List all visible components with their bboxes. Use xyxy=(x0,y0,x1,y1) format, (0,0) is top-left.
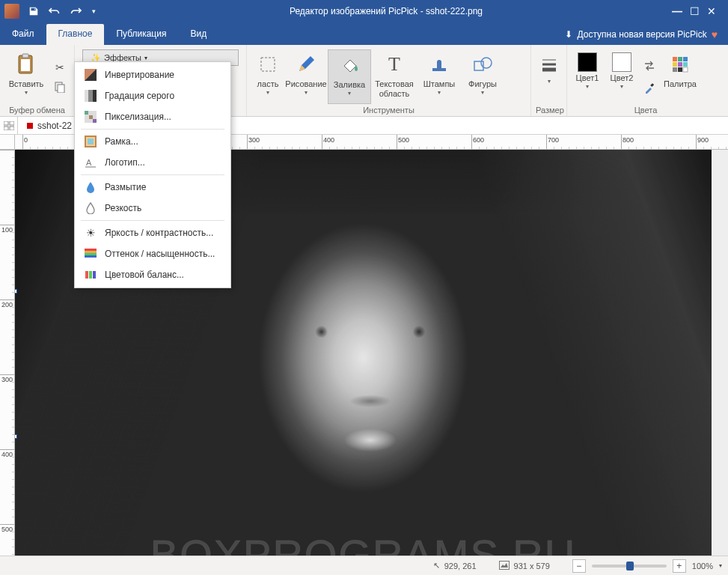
svg-rect-40 xyxy=(89,271,92,279)
update-notice-label: Доступна новая версия PicPick xyxy=(577,29,706,40)
svg-rect-30 xyxy=(93,119,97,123)
text-button[interactable]: T Текстовая область xyxy=(371,49,417,104)
palette-button[interactable]: Палитра xyxy=(661,49,699,104)
chevron-down-icon: ▾ xyxy=(144,55,147,61)
undo-icon[interactable] xyxy=(45,1,64,21)
cursor-icon: ↖ xyxy=(433,561,440,571)
logo-icon: A xyxy=(84,156,97,169)
tab-view[interactable]: Вид xyxy=(178,24,218,45)
paste-label: Вставить xyxy=(9,79,44,89)
size-button[interactable]: ▾ xyxy=(536,49,563,104)
group-colors: Цвет1 ▾ Цвет2 ▾ Палитра Цвета xyxy=(567,45,724,116)
copy-icon[interactable] xyxy=(51,78,69,96)
separator xyxy=(81,129,224,130)
fill-button[interactable]: Заливка ▾ xyxy=(328,49,371,104)
select-icon xyxy=(256,52,280,76)
color1-button[interactable]: Цвет1 ▾ xyxy=(572,49,603,104)
svg-rect-2 xyxy=(22,54,28,58)
svg-rect-15 xyxy=(678,57,682,61)
file-menu[interactable]: Файл xyxy=(0,24,46,45)
text-label: Текстовая область xyxy=(373,79,416,99)
invert-icon xyxy=(84,68,97,82)
svg-rect-32 xyxy=(88,139,94,144)
document-tab[interactable]: sshot-22 xyxy=(18,118,82,133)
shapes-label: Фигуры xyxy=(468,79,497,89)
svg-rect-7 xyxy=(432,68,446,71)
effect-pixelate[interactable]: Пикселизация... xyxy=(75,106,230,127)
fill-label: Заливка xyxy=(334,80,365,90)
svg-rect-46 xyxy=(499,561,509,569)
effect-invert[interactable]: Инвертирование xyxy=(75,64,230,85)
eyedropper-icon[interactable] xyxy=(640,79,658,97)
update-notice[interactable]: ⬇ Доступна новая версия PicPick ♥ xyxy=(554,24,728,45)
zoom-slider-thumb[interactable] xyxy=(626,562,634,571)
image-size-icon xyxy=(499,561,510,571)
document-tab-label: sshot-22 xyxy=(37,121,72,131)
color2-label: Цвет2 xyxy=(611,73,634,83)
stamps-button[interactable]: Штампы ▾ xyxy=(417,49,461,104)
tab-publish[interactable]: Публикация xyxy=(104,24,178,45)
color2-swatch xyxy=(612,52,631,72)
separator xyxy=(81,174,224,175)
titlebar: ▾ Редактор изображений PicPick - sshot-2… xyxy=(0,0,728,22)
redo-icon[interactable] xyxy=(66,1,85,21)
effect-grayscale[interactable]: Градация серого xyxy=(75,85,230,106)
draw-button[interactable]: Рисование ▾ xyxy=(284,49,328,104)
select-button[interactable]: ласть ▾ xyxy=(251,49,284,104)
shapes-button[interactable]: Фигуры ▾ xyxy=(461,49,504,104)
draw-label: Рисование xyxy=(285,79,326,89)
bucket-icon xyxy=(337,53,361,77)
download-icon: ⬇ xyxy=(565,29,572,40)
svg-rect-35 xyxy=(85,249,97,251)
color1-swatch xyxy=(578,52,597,72)
minimize-button[interactable]: — xyxy=(672,5,682,17)
brightness-icon: ☀ xyxy=(84,226,97,240)
svg-rect-45 xyxy=(10,127,14,130)
color2-button[interactable]: Цвет2 ▾ xyxy=(606,49,637,104)
svg-rect-16 xyxy=(683,57,688,61)
svg-rect-20 xyxy=(673,67,677,72)
palette-icon xyxy=(668,52,692,76)
qat-dropdown-icon[interactable]: ▾ xyxy=(87,1,100,21)
ruler-vertical: 100200300400500 xyxy=(0,150,15,556)
effect-blur[interactable]: Размытие xyxy=(75,177,230,198)
resize-handle[interactable] xyxy=(15,434,17,439)
window-list-icon[interactable] xyxy=(0,117,18,134)
zoom-in-button[interactable]: + xyxy=(673,559,686,573)
svg-rect-17 xyxy=(673,62,677,67)
cut-icon[interactable]: ✂ xyxy=(51,58,69,76)
zoom-slider[interactable] xyxy=(592,565,667,568)
svg-rect-37 xyxy=(85,253,97,255)
effect-frame[interactable]: Рамка... xyxy=(75,131,230,152)
effect-brightness[interactable]: ☀Яркость / контрастность... xyxy=(75,222,230,243)
frame-icon xyxy=(84,135,97,148)
hue-icon xyxy=(84,247,97,261)
group-size: ▾ Размер xyxy=(531,45,567,116)
svg-rect-14 xyxy=(673,57,677,61)
svg-rect-21 xyxy=(678,67,682,72)
paste-button[interactable]: Вставить ▾ xyxy=(4,49,48,104)
effect-logo[interactable]: AЛоготип... xyxy=(75,152,230,173)
chevron-down-icon[interactable]: ▾ xyxy=(719,562,722,569)
svg-rect-6 xyxy=(261,58,275,71)
group-clipboard-label: Буфер обмена xyxy=(4,104,70,115)
effect-hue[interactable]: Оттенок / насыщенность... xyxy=(75,243,230,264)
svg-rect-26 xyxy=(93,90,97,102)
color1-label: Цвет1 xyxy=(576,73,599,83)
pixelate-icon xyxy=(84,110,97,124)
svg-rect-36 xyxy=(85,251,97,253)
save-icon[interactable] xyxy=(24,1,43,21)
effect-color-balance[interactable]: Цветовой баланс... xyxy=(75,264,230,285)
zoom-out-button[interactable]: − xyxy=(572,559,586,573)
zoom-control: − + 100% ▾ xyxy=(572,559,722,573)
swap-colors-icon[interactable] xyxy=(640,57,658,75)
tab-main[interactable]: Главное xyxy=(46,24,105,45)
close-button[interactable]: ✕ xyxy=(707,5,716,17)
effect-sharpen[interactable]: Резкость xyxy=(75,198,230,219)
resize-handle[interactable] xyxy=(15,289,17,293)
app-icon[interactable] xyxy=(3,1,22,21)
group-tools-label: Инструменты xyxy=(251,104,526,115)
maximize-button[interactable]: ☐ xyxy=(690,5,700,17)
chevron-down-icon: ▾ xyxy=(25,91,28,95)
watermark: BOXPROGRAMS.RU xyxy=(150,530,576,556)
